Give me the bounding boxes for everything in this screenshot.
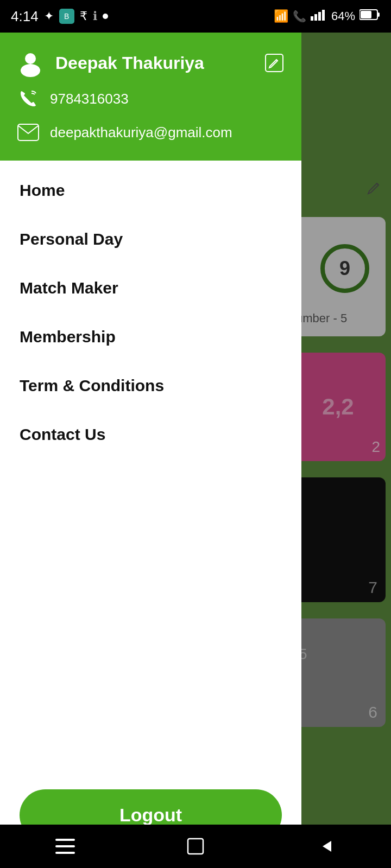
battery-icon [360, 9, 380, 24]
status-bar: 4:14 ✦ B ₹ ℹ 📶 📞 64% [0, 0, 391, 33]
phone-icon [16, 87, 40, 111]
call-icon: 📞 [293, 10, 306, 23]
app-icon-2: ₹ [80, 9, 87, 23]
svg-rect-13 [55, 852, 75, 854]
svg-rect-1 [314, 14, 317, 21]
user-name: Deepak Thakuriya [55, 53, 204, 73]
menu-item-personal-day[interactable]: Personal Day [0, 215, 301, 264]
profile-left: Deepak Thakuriya [16, 49, 204, 77]
svg-rect-10 [18, 124, 39, 141]
svg-rect-3 [322, 10, 325, 21]
profile-icon [16, 49, 45, 77]
email-row: deepakthakuriya@gmail.com [16, 120, 285, 144]
app-icon-1: B [59, 9, 74, 24]
email-address: deepakthakuriya@gmail.com [50, 124, 232, 141]
notification-icon: ✦ [44, 9, 54, 23]
svg-point-8 [21, 64, 40, 77]
svg-rect-0 [311, 16, 313, 21]
phone-row: 9784316033 [16, 87, 285, 111]
svg-rect-9 [266, 54, 283, 72]
profile-row: Deepak Thakuriya [16, 49, 285, 77]
menu-item-term-conditions[interactable]: Term & Conditions [0, 361, 301, 410]
main-container: Number 9 umber - 5 2,2 2 7 5 6 6 3 [0, 33, 391, 868]
back-nav-icon[interactable] [310, 830, 342, 863]
menu-item-match-maker[interactable]: Match Maker [0, 264, 301, 312]
svg-marker-15 [323, 841, 331, 852]
signal-icon [311, 9, 327, 24]
hamburger-nav-icon[interactable] [49, 830, 81, 863]
drawer-header: Deepak Thakuriya [0, 33, 301, 161]
app-icon-3: ℹ [93, 9, 97, 23]
status-time: 4:14 ✦ B ₹ ℹ [11, 8, 108, 25]
wifi-icon: 📶 [274, 9, 288, 23]
svg-rect-6 [361, 11, 371, 18]
dot-indicator [103, 14, 108, 19]
menu-item-contact-us[interactable]: Contact Us [0, 410, 301, 459]
email-icon [16, 120, 40, 144]
edit-profile-icon[interactable] [263, 52, 285, 74]
status-right-icons: 📶 📞 64% [274, 9, 380, 24]
battery-text: 64% [331, 9, 355, 23]
svg-point-7 [25, 53, 36, 64]
phone-number: 9784316033 [50, 91, 129, 107]
svg-rect-5 [377, 12, 380, 17]
nav-bar [0, 825, 391, 868]
svg-rect-14 [188, 839, 203, 854]
home-nav-icon[interactable] [179, 830, 212, 863]
menu-item-home[interactable]: Home [0, 166, 301, 215]
svg-rect-2 [318, 12, 321, 21]
svg-rect-12 [55, 845, 75, 847]
svg-rect-11 [55, 839, 75, 841]
navigation-drawer: Deepak Thakuriya [0, 33, 301, 868]
menu-item-membership[interactable]: Membership [0, 312, 301, 361]
drawer-menu: Home Personal Day Match Maker Membership… [0, 161, 301, 773]
time-display: 4:14 [11, 8, 39, 25]
